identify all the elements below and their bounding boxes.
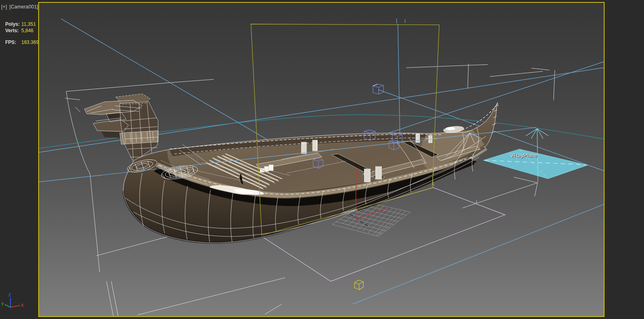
- stat-fps: FPS: 163.369: [5, 39, 39, 46]
- viewport-general-menu[interactable]: [+]: [1, 4, 7, 10]
- camera-viewport[interactable]: VRayPlane VRayPlane: [38, 2, 605, 317]
- verts-value: 5,846: [21, 27, 33, 34]
- viewport-label[interactable]: [+][Camera001]: [1, 4, 38, 10]
- polys-label: Polys:: [5, 21, 21, 27]
- stat-verts: Verts: 5,846: [5, 27, 39, 34]
- fps-value: 163.369: [21, 39, 39, 46]
- viewport-statistics: Polys: 11,351 Verts: 5,846 FPS: 163.369: [5, 21, 39, 46]
- viewport-camera-name[interactable]: [Camera001]: [9, 4, 38, 10]
- vrayplane-label: VRayPlane: [510, 152, 537, 158]
- stat-polys: Polys: 11,351: [5, 21, 39, 27]
- axis-x-label: X: [21, 303, 24, 308]
- vrayplane-label-group: VRayPlane VRayPlane: [510, 152, 538, 159]
- viewport-canvas[interactable]: VRayPlane VRayPlane: [39, 3, 604, 316]
- aft-highlight-core: [446, 127, 455, 130]
- polys-value: 11,351: [21, 21, 36, 27]
- fps-label: FPS:: [5, 39, 21, 46]
- axis-z-label: Z: [8, 293, 11, 297]
- verts-label: Verts:: [5, 27, 21, 34]
- axis-y-label: Y: [1, 302, 4, 307]
- axis-tripod-icon: Z X Y: [0, 291, 28, 315]
- max-application-window: [+][Camera001] Polys: 11,351 Verts: 5,84…: [0, 0, 644, 319]
